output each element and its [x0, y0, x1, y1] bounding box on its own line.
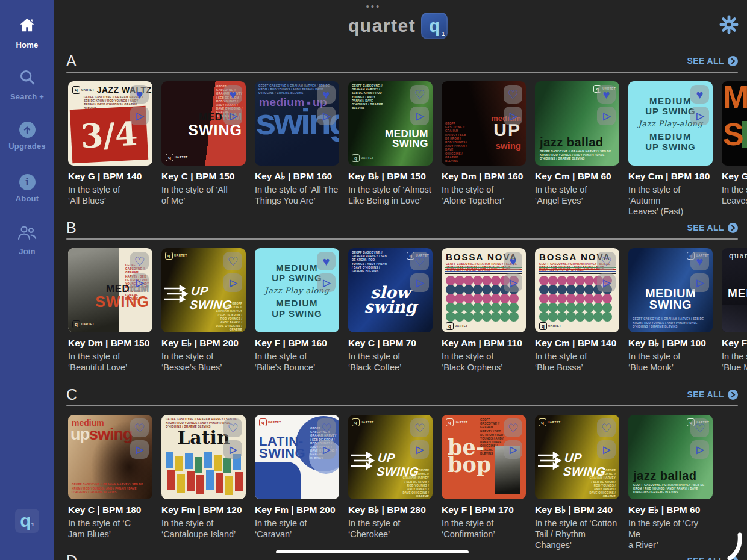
favorite-button[interactable]: ♡	[223, 418, 242, 437]
play-button[interactable]: ▷	[317, 273, 336, 292]
heart-outline-icon: ♡	[134, 422, 145, 434]
favorite-button[interactable]: ♥	[597, 85, 616, 104]
library-scroll-area[interactable]: A SEE ALL qUARTETJAZZ WALTZ GEOFF GASCOY…	[54, 0, 747, 560]
album-card: qUARTET UP SWING GEOFF GASCOYNE // GRAHA…	[348, 415, 433, 550]
sidebar-item-about[interactable]: i About	[0, 174, 54, 203]
card-style: In the style of ‘Confirmation’	[442, 518, 526, 540]
sidebar-item-search[interactable]: Search +	[0, 68, 54, 101]
favorite-button[interactable]: ♥	[317, 85, 336, 104]
settings-button[interactable]	[719, 14, 739, 37]
album-art[interactable]: M S ♥ ▷	[722, 81, 747, 166]
album-art[interactable]: GEOFF GASCOYNE // GRAHAM HARVEY / SEB DE…	[161, 81, 246, 166]
album-art[interactable]: GEOFF GASCOYNE // GRAHAM HARVEY / SEB DE…	[348, 248, 433, 332]
album-art[interactable]: GEOFF GASCOYNE // GRAHAM HARVEY / SEB DE…	[255, 415, 339, 499]
favorite-button[interactable]: ♥	[317, 252, 336, 270]
sidebar-item-join[interactable]: Join	[0, 224, 54, 256]
album-art[interactable]: GEOFF GASCOYNE // GRAHAM HARVEY / SEB DE…	[348, 81, 433, 166]
album-card: qUARTET MEDIUM SWING GEOFF GASCOYNE // G…	[628, 248, 713, 373]
favorite-button[interactable]: ♥	[130, 85, 149, 104]
album-art[interactable]: medium upswing GEOFF GASCOYNE // GRAHAM …	[68, 415, 152, 499]
play-button[interactable]: ▷	[597, 273, 616, 292]
play-button[interactable]: ▷	[690, 440, 709, 459]
home-indicator[interactable]	[276, 550, 469, 553]
heart-outline-icon: ♡	[695, 422, 705, 434]
favorite-button[interactable]: ♡	[130, 418, 149, 437]
card-key-bpm: Key C | BPM 150	[161, 171, 246, 182]
favorite-button[interactable]: ♡	[410, 418, 429, 437]
play-button[interactable]: ▷	[130, 107, 149, 125]
favorite-button[interactable]: ♡	[223, 252, 242, 270]
card-key-bpm: Key Gm	[722, 171, 747, 182]
quartet-logo-small: q1	[15, 509, 39, 533]
album-art[interactable]: quartet MEDI ♥ ▷	[722, 248, 747, 332]
multitask-indicator[interactable]: •••	[0, 1, 747, 11]
play-button[interactable]: ▷	[504, 273, 522, 292]
sidebar-item-home[interactable]: Home	[0, 16, 54, 49]
play-button[interactable]: ▷	[504, 440, 522, 459]
upgrade-circle-icon	[19, 122, 36, 138]
album-art[interactable]: GEOFF GASCOYNE // GRAHAM HARVEY / SEB DE…	[255, 81, 339, 166]
sidebar-item-upgrades[interactable]: Upgrades	[0, 122, 54, 151]
album-art[interactable]: qUARTET jazz ballad GEOFF GASCOYNE // GR…	[628, 415, 713, 499]
card-style: In the s ‘Blue M	[722, 351, 747, 373]
play-button[interactable]: ▷	[410, 273, 429, 292]
album-art[interactable]: qUARTET GEOFF GASCOYNE // GRAHAM HARVEY …	[442, 415, 526, 499]
see-all-button[interactable]: SEE ALL	[687, 56, 738, 66]
play-button[interactable]: ▷	[223, 107, 242, 125]
favorite-button[interactable]: ♡	[597, 252, 616, 270]
play-button[interactable]: ▷	[597, 440, 616, 459]
album-art[interactable]: BOSSA NOVA GEOFF GASCOYNE // GRAHAM HARV…	[535, 248, 619, 332]
favorite-button[interactable]: ♥	[690, 252, 709, 270]
favorite-button[interactable]: ♡	[410, 85, 429, 104]
see-all-chevron-icon	[728, 56, 738, 66]
play-button[interactable]: ▷	[690, 107, 709, 125]
play-button[interactable]: ▷	[223, 273, 242, 292]
favorite-button[interactable]: ♡	[504, 418, 522, 437]
quartet-brand-mark: qUARTET	[166, 154, 188, 161]
favorite-button[interactable]: ♥	[223, 85, 242, 104]
play-button[interactable]: ▷	[504, 107, 522, 125]
favorite-button[interactable]: ♡	[597, 418, 616, 437]
album-art[interactable]: qUARTET UP SWING GEOFF GASCOYNE // GRAHA…	[161, 248, 246, 332]
album-art[interactable]: qUARTET jazz ballad GEOFF GASCOYNE // GR…	[535, 81, 619, 166]
favorite-button[interactable]: ♥	[690, 85, 709, 104]
play-button[interactable]: ▷	[317, 440, 336, 459]
favorite-button[interactable]: ♡	[130, 252, 149, 270]
album-art-credits: GEOFF GASCOYNE // GRAHAM HARVEY / SEB DE…	[72, 483, 149, 494]
play-button[interactable]: ▷	[130, 273, 149, 292]
app-logo: q 1	[421, 13, 448, 39]
quartet-brand-mark: qUARTET	[72, 320, 95, 328]
heart-filled-icon: ♥	[323, 255, 330, 267]
favorite-button[interactable]: ♡	[410, 252, 429, 270]
favorite-button[interactable]: ♥	[504, 252, 522, 270]
favorite-button[interactable]: ♡	[317, 418, 336, 437]
favorite-button[interactable]: ♡	[504, 85, 522, 104]
album-art[interactable]: GEOFF GASCOYNE // GRAHAM HARVEY / SEB DE…	[442, 81, 526, 166]
favorite-button[interactable]: ♡	[690, 418, 709, 437]
album-art[interactable]: qUARTET UP SWING GEOFF GASCOYNE // GRAHA…	[348, 415, 433, 499]
see-all-button[interactable]: SEE ALL	[687, 390, 738, 400]
quartet-brand-mark: qUARTET	[446, 322, 468, 330]
album-art[interactable]: GEOFF GASCOYNE // GRAHAM HARVEY / SEB DE…	[161, 415, 246, 499]
play-button[interactable]: ▷	[410, 107, 429, 125]
section-letter: A	[66, 52, 77, 70]
album-art[interactable]: MEDIUM UP SWING Jazz Play-along MEDIUM U…	[255, 248, 339, 332]
album-art[interactable]: qUARTET UP SWING GEOFF GASCOYNE // GRAHA…	[535, 415, 619, 499]
play-button[interactable]: ▷	[317, 107, 336, 125]
album-art[interactable]: BOSSA NOVA GEOFF GASCOYNE // GRAHAM HARV…	[442, 248, 526, 332]
album-card: GEOFF GASCOYNE // GRAHAM HARVEY / SEB DE…	[255, 81, 339, 217]
play-button[interactable]: ▷	[223, 440, 242, 459]
play-button[interactable]: ▷	[690, 273, 709, 292]
play-button[interactable]: ▷	[597, 107, 616, 125]
album-art[interactable]: qUARTETJAZZ WALTZ GEOFF GASCOYNE // GRAH…	[68, 81, 152, 166]
album-art[interactable]: MEDIUM UP SWING Jazz Play-along MEDIUM U…	[628, 81, 713, 166]
play-button[interactable]: ▷	[410, 440, 429, 459]
album-art[interactable]: GEOFF GASCOYNE // GRAHAM HARVEY / SEB DE…	[68, 248, 152, 332]
album-card: BOSSA NOVA GEOFF GASCOYNE // GRAHAM HARV…	[535, 248, 619, 373]
album-art[interactable]: qUARTET MEDIUM SWING GEOFF GASCOYNE // G…	[628, 248, 713, 332]
play-button[interactable]: ▷	[130, 440, 149, 459]
card-key-bpm: Key Fm | BPM 200	[255, 505, 339, 515]
quartet-brand-mark: qUARTET	[539, 322, 561, 330]
see-all-button[interactable]: SEE ALL	[687, 223, 738, 233]
section-letter: C	[66, 386, 77, 403]
